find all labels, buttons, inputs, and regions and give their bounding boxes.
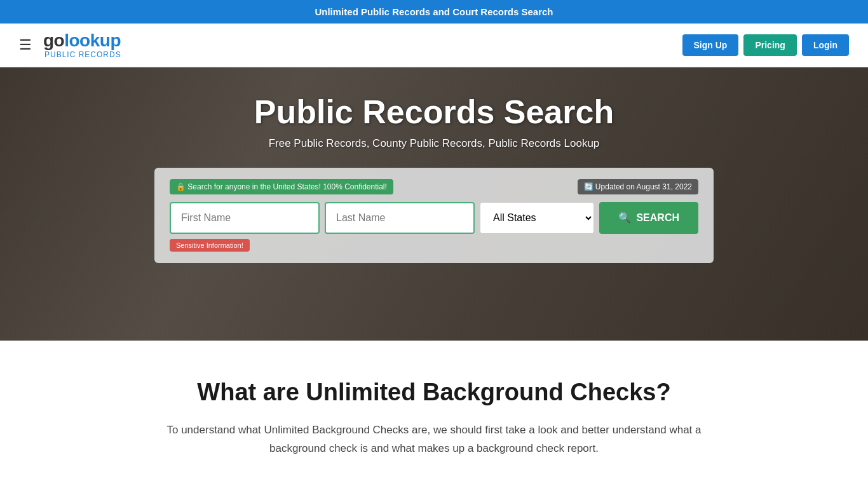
search-button-label: SEARCH xyxy=(636,212,679,224)
banner-text: Unlimited Public Records and Court Recor… xyxy=(315,6,553,17)
login-button[interactable]: Login xyxy=(802,34,849,56)
last-name-input[interactable] xyxy=(325,202,475,234)
header-left: ☰ golookup Public Records xyxy=(19,31,121,59)
top-banner: Unlimited Public Records and Court Recor… xyxy=(0,0,868,24)
search-top-bar: 🔒 Search for anyone in the United States… xyxy=(170,179,698,194)
logo-text: golookup xyxy=(43,31,121,51)
content-section: What are Unlimited Background Checks? To… xyxy=(116,341,752,484)
logo-lookup: lookup xyxy=(64,30,121,50)
state-select[interactable]: All StatesAlabamaAlaskaArizonaArkansasCa… xyxy=(480,202,594,234)
content-heading: What are Unlimited Background Checks? xyxy=(135,379,733,406)
first-name-input[interactable] xyxy=(170,202,320,234)
content-paragraph: To understand what Unlimited Background … xyxy=(161,421,707,458)
logo-go: go xyxy=(43,30,64,50)
hero-section: Public Records Search Free Public Record… xyxy=(0,67,868,341)
search-confidential-badge: 🔒 Search for anyone in the United States… xyxy=(170,179,393,194)
logo-subtitle: Public Records xyxy=(44,51,121,59)
logo[interactable]: golookup Public Records xyxy=(43,31,121,59)
pricing-button[interactable]: Pricing xyxy=(743,34,796,56)
search-box: 🔒 Search for anyone in the United States… xyxy=(154,168,714,263)
hero-subtitle: Free Public Records, County Public Recor… xyxy=(269,137,600,150)
signup-button[interactable]: Sign Up xyxy=(682,34,739,56)
hero-title: Public Records Search xyxy=(254,93,614,131)
header: ☰ golookup Public Records Sign Up Pricin… xyxy=(0,24,868,67)
hamburger-menu-icon[interactable]: ☰ xyxy=(19,37,32,53)
search-updated-badge: 🔄 Updated on August 31, 2022 xyxy=(578,179,698,194)
sensitive-information-badge: Sensitive Information! xyxy=(170,239,250,252)
search-fields: All StatesAlabamaAlaskaArizonaArkansasCa… xyxy=(170,202,698,234)
header-right: Sign Up Pricing Login xyxy=(682,34,849,56)
search-icon: 🔍 xyxy=(618,212,631,224)
search-button[interactable]: 🔍 SEARCH xyxy=(599,202,698,234)
